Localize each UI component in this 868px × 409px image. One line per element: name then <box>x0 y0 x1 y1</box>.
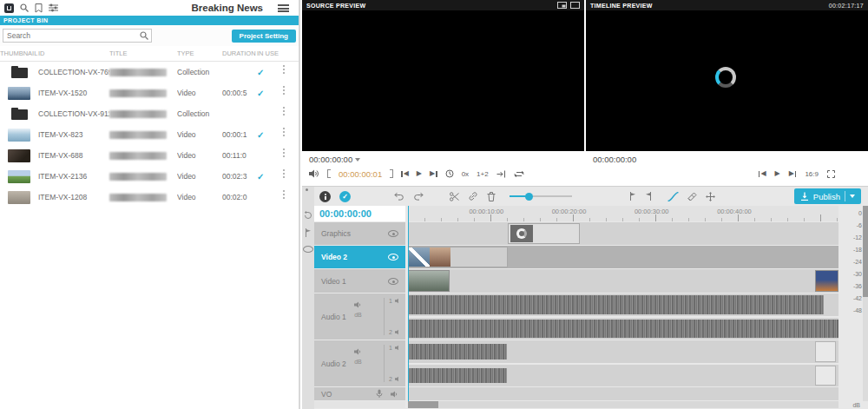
graphics-clip[interactable] <box>508 223 580 244</box>
video-clip[interactable] <box>408 247 508 267</box>
video-clip[interactable] <box>815 270 838 292</box>
history-icon[interactable] <box>304 211 312 220</box>
track-header-vo[interactable]: VO <box>314 387 405 400</box>
table-row[interactable]: COLLECTION-VX-911 Collection <box>0 103 299 124</box>
db-scale-label: 0 <box>840 208 862 220</box>
search-input[interactable] <box>3 31 140 40</box>
search-icon[interactable] <box>140 31 148 40</box>
approve-button[interactable] <box>339 191 351 202</box>
volume-icon[interactable] <box>309 169 319 178</box>
zoom-slider-knob[interactable] <box>525 193 533 201</box>
kebab-icon <box>283 169 285 171</box>
source-preview-screen[interactable] <box>302 10 584 151</box>
undo-icon[interactable] <box>394 192 404 201</box>
speaker-icon[interactable] <box>354 301 362 308</box>
track-visibility-toggle[interactable] <box>388 254 398 261</box>
table-row[interactable]: ITEM-VX-823 Video 00:00:1 ✓ <box>0 124 299 145</box>
fade-curve-icon[interactable] <box>667 192 679 201</box>
mark-in-icon[interactable] <box>327 169 331 178</box>
playhead[interactable] <box>408 206 409 401</box>
play-button[interactable] <box>417 170 422 177</box>
audio-waveform[interactable] <box>408 320 838 339</box>
cut-scissors-icon[interactable] <box>450 192 459 201</box>
audio-clip[interactable] <box>815 366 836 386</box>
audio-waveform[interactable] <box>408 368 507 384</box>
track-visibility-toggle[interactable] <box>388 278 398 285</box>
track-header-audio2[interactable]: Audio 2 dB 1 2 <box>314 340 405 386</box>
aspect-ratio-toggle[interactable]: 16:9 <box>805 170 819 178</box>
track-header-video2[interactable]: Video 2 <box>314 246 405 268</box>
kebab-icon <box>283 107 285 109</box>
menu-icon[interactable] <box>278 4 289 12</box>
item-duration: 00:02:0 <box>222 193 257 201</box>
bin-table-header: THUMBNAIL ID TITLE TYPE DURATION IN USE <box>0 46 299 62</box>
chevron-down-icon[interactable] <box>355 158 360 162</box>
mark-out-icon[interactable] <box>390 169 393 178</box>
bookmark-icon[interactable] <box>35 3 43 13</box>
move-tool-icon[interactable] <box>706 192 715 201</box>
track-header-graphics[interactable]: Graphics <box>314 222 405 245</box>
trash-icon[interactable] <box>487 192 496 201</box>
table-row[interactable]: ITEM-VX-1208 Video 00:02:0 <box>0 187 299 208</box>
speaker-icon[interactable] <box>395 345 401 351</box>
audio-clip[interactable] <box>815 341 836 362</box>
vertical-scrollbar[interactable] <box>863 206 868 401</box>
zoom-slider[interactable] <box>510 191 572 201</box>
audio-channels[interactable]: 1+2 <box>477 170 489 178</box>
horizontal-scrollbar-thumb[interactable] <box>408 401 438 408</box>
fullscreen-icon[interactable] <box>827 170 835 178</box>
track-visibility-toggle[interactable] <box>388 230 398 237</box>
filter-sliders-icon[interactable] <box>49 3 58 12</box>
razor-icon[interactable] <box>687 192 697 201</box>
app-logo-icon[interactable] <box>4 3 14 13</box>
vertical-scrollbar-thumb[interactable] <box>863 206 868 297</box>
next-frame-button[interactable] <box>789 170 797 177</box>
speaker-icon[interactable] <box>395 298 401 304</box>
table-row[interactable]: COLLECTION-VX-769 Collection ✓ <box>0 62 299 82</box>
item-title-redacted <box>109 89 167 97</box>
previous-frame-button[interactable] <box>759 170 766 177</box>
publish-dropdown-caret-icon[interactable] <box>850 195 855 198</box>
project-setting-button[interactable]: Project Setting <box>232 30 296 43</box>
folder-icon <box>11 109 28 120</box>
table-row[interactable]: ITEM-VX-2136 Video 00:02:3 ✓ <box>0 166 299 187</box>
loop-icon[interactable] <box>514 170 524 178</box>
db-scale-label: -18 <box>840 244 862 256</box>
speed-clock-icon[interactable] <box>445 169 454 178</box>
track-header-video1[interactable]: Video 1 <box>314 269 405 293</box>
timeline-duration-timecode: 00:02:17:17 <box>829 3 864 9</box>
col-thumbnail: THUMBNAIL <box>0 49 38 57</box>
bin-search-row: Project Setting <box>0 25 299 46</box>
pip-icon[interactable] <box>557 2 567 9</box>
redo-icon[interactable] <box>413 192 424 201</box>
microphone-icon[interactable] <box>376 389 383 399</box>
horizontal-scrollbar[interactable] <box>408 401 838 408</box>
timeline-ruler[interactable]: 00:00:10:00 00:00:20:00 00:00:30:00 00:0… <box>408 206 838 221</box>
speaker-icon[interactable] <box>395 376 401 382</box>
play-button[interactable] <box>775 170 780 177</box>
timeline-preview-screen[interactable] <box>586 10 868 151</box>
search-icon[interactable] <box>20 3 29 12</box>
audio-waveform[interactable] <box>408 344 507 360</box>
visibility-icon[interactable] <box>303 246 313 253</box>
link-icon[interactable] <box>468 191 478 201</box>
expand-icon[interactable] <box>570 2 580 9</box>
speaker-icon[interactable] <box>354 348 362 355</box>
table-row[interactable]: ITEM-VX-1520 Video 00:00:5 ✓ <box>0 82 299 103</box>
info-button[interactable] <box>319 191 331 202</box>
speaker-icon[interactable] <box>391 391 398 398</box>
publish-button[interactable]: Publish <box>794 188 861 204</box>
audio-waveform[interactable] <box>408 295 824 314</box>
marker-out-icon[interactable] <box>645 192 652 201</box>
video-clip[interactable] <box>408 270 450 292</box>
table-row[interactable]: ITEM-VX-688 Video 00:11:0 <box>0 145 299 166</box>
ruler-label: 00:00:10:00 <box>469 208 503 215</box>
track-lane-video1 <box>408 269 838 293</box>
next-frame-button[interactable] <box>430 170 437 177</box>
speaker-icon[interactable] <box>395 329 401 335</box>
track-header-audio1[interactable]: Audio 1 dB 1 2 <box>314 294 405 340</box>
marker-flag-icon[interactable] <box>305 228 312 237</box>
marker-in-icon[interactable] <box>629 192 636 201</box>
send-to-timeline-icon[interactable] <box>496 170 506 178</box>
previous-frame-button[interactable] <box>401 170 409 177</box>
